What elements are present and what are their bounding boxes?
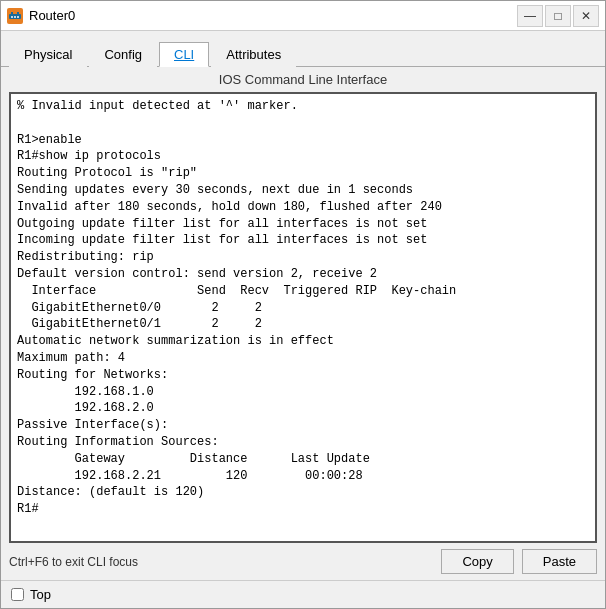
maximize-button[interactable]: □ (545, 5, 571, 27)
close-button[interactable]: ✕ (573, 5, 599, 27)
top-checkbox-wrap: Top (11, 587, 51, 602)
svg-point-5 (17, 16, 19, 18)
tab-attributes[interactable]: Attributes (211, 42, 296, 67)
svg-point-4 (14, 16, 16, 18)
cli-hint: Ctrl+F6 to exit CLI focus (9, 555, 433, 569)
title-bar: Router0 — □ ✕ (1, 1, 605, 31)
app-icon (7, 8, 23, 24)
svg-rect-2 (17, 12, 19, 15)
tab-config[interactable]: Config (89, 42, 157, 67)
top-label[interactable]: Top (30, 587, 51, 602)
top-checkbox[interactable] (11, 588, 24, 601)
copy-button[interactable]: Copy (441, 549, 513, 574)
window-title: Router0 (29, 8, 517, 23)
bottom-bar: Ctrl+F6 to exit CLI focus Copy Paste (1, 543, 605, 580)
tab-cli[interactable]: CLI (159, 42, 209, 67)
tab-physical[interactable]: Physical (9, 42, 87, 67)
section-title: IOS Command Line Interface (1, 67, 605, 92)
footer-bar: Top (1, 580, 605, 608)
svg-point-3 (11, 16, 13, 18)
cli-container: % Invalid input detected at '^' marker. … (9, 92, 597, 543)
minimize-button[interactable]: — (517, 5, 543, 27)
tab-bar: Physical Config CLI Attributes (1, 31, 605, 67)
svg-rect-1 (11, 12, 13, 15)
terminal-output[interactable]: % Invalid input detected at '^' marker. … (9, 92, 597, 543)
window-controls: — □ ✕ (517, 5, 599, 27)
router-window: Router0 — □ ✕ Physical Config CLI Attrib… (0, 0, 606, 609)
paste-button[interactable]: Paste (522, 549, 597, 574)
